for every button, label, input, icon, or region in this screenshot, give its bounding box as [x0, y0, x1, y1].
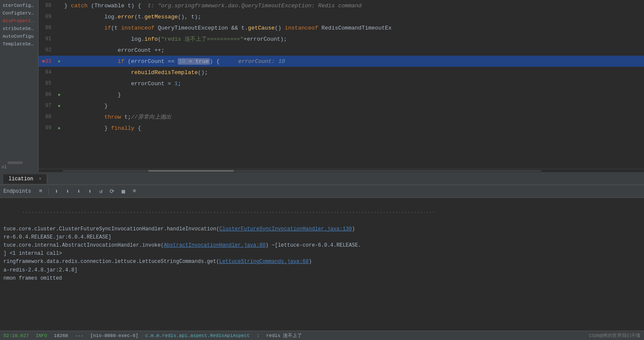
scrollbar-thumb[interactable] [148, 170, 234, 172]
line-num-96: 96 [39, 92, 56, 98]
tab-close-btn[interactable]: × [39, 177, 42, 182]
code-line-91: 91 log.info("redis 连不上了=========="+error… [39, 33, 644, 45]
log-line-2: re-6.0.4.RELEASE.jar:6.0.4.RELEASE] [3, 233, 641, 242]
code-line-88: 88 } catch (Throwable t) { t: "org.sprin… [39, 0, 644, 11]
log-line-4: ] <1 internal call> [3, 250, 641, 258]
fold-96: ◆ [56, 92, 63, 97]
bottom-panel: lication × Endpoints ≡ ⬆ ⬇ ⬇ ⬆ ↺ ⟳ ▦ ≡ .… [0, 172, 644, 331]
status-right: CSDN@烤的世界我们不懂 [589, 332, 641, 339]
tab-label: lication [9, 176, 33, 182]
panel-tab-application[interactable]: lication × [3, 174, 47, 184]
horizontal-scrollbar[interactable] [39, 169, 644, 172]
status-left: 52:10.027 INFO 18268 --- [nio-8080-exec-… [3, 332, 302, 339]
scrollbar-track[interactable] [63, 170, 541, 172]
status-colon: : [256, 333, 259, 338]
line-content-90: if(t instanceof QueryTimeoutException &&… [63, 25, 644, 31]
line-num-94: 94 [39, 69, 56, 75]
code-line-94: 94 rebuildRedisTemplate(); [39, 67, 644, 78]
toolbar-btn-down[interactable]: ⬇ [63, 187, 72, 196]
line-num-91: 91 [39, 36, 56, 42]
endpoints-label: Endpoints [3, 188, 31, 194]
status-pid: 18268 [54, 333, 68, 338]
code-line-96: 96 ◆ } [39, 89, 644, 100]
log-line-3: tuce.core.internal.AbstractInvocationHan… [3, 242, 641, 250]
log-link-5[interactable]: LettuceStringCommands.java:68 [219, 259, 309, 265]
status-thread: [nio-8080-exec-6] [90, 333, 138, 338]
sidebar-item-2[interactable]: disProperties [0, 17, 38, 25]
line-content-94: rebuildRedisTemplate(); [63, 69, 644, 76]
log-link-3[interactable]: AbstractInvocationHandler.java:80 [164, 242, 265, 248]
sidebar-item-5[interactable]: TemplateServ [0, 40, 38, 48]
log-link-1[interactable]: ClusterFutureSyncInvocationHandler.java:… [219, 226, 352, 232]
line-content-97: } [63, 103, 644, 109]
sidebar-item-1[interactable]: ConfigService [0, 9, 38, 17]
status-bar: 52:10.027 INFO 18268 --- [nio-8080-exec-… [0, 331, 644, 340]
code-line-92: 92 errorCount ++; [39, 45, 644, 56]
code-line-90: 90 if(t instanceof QueryTimeoutException… [39, 22, 644, 33]
line-content-98: throw t;//异常向上抛出 [63, 113, 644, 121]
line-content-88: } catch (Throwable t) { t: "org.springfr… [63, 3, 644, 9]
sidebar-label: nl [0, 164, 38, 170]
sidebar: sterConfigSe ConfigService disProperties… [0, 0, 39, 172]
status-class: c.m.m.redis.api.aspect.RedisApiAspect [145, 333, 250, 338]
status-time: 52:10.027 [3, 333, 29, 338]
line-content-95: errorCount = 1; [63, 81, 644, 87]
status-message: redis 连不上了 [266, 332, 302, 339]
line-num-93: ●93 [39, 58, 56, 65]
line-content-96: } [63, 92, 644, 98]
line-num-99: 99 [39, 125, 56, 131]
toolbar-btn-refresh2[interactable]: ⟳ [108, 187, 116, 196]
log-line-7: nmon frames omitted [3, 274, 641, 283]
toolbar-btn-list[interactable]: ≡ [130, 187, 139, 196]
line-content-93: if (errorCount == 10 = true) { errorCoun… [63, 58, 644, 65]
log-line-5: ringframework.data.redis.connection.lett… [3, 258, 641, 266]
code-editor: 88 } catch (Throwable t) { t: "org.sprin… [39, 0, 644, 172]
log-line-6: a-redis-2.4.8.jar:2.4.8] [3, 266, 641, 274]
fold-97: ◆ [56, 103, 63, 108]
line-num-89: 89 [39, 14, 56, 20]
panel-content: ........................................… [0, 198, 644, 331]
panel-tabs: lication × [0, 173, 644, 185]
line-num-97: 97 [39, 103, 56, 109]
sidebar-item-0[interactable]: sterConfigSe [0, 2, 38, 9]
toolbar-btn-up[interactable]: ⬆ [52, 187, 61, 196]
editor-area: sterConfigSe ConfigService disProperties… [0, 0, 644, 172]
line-num-98: 98 [39, 114, 56, 120]
toolbar-btn-up2[interactable]: ⬆ [86, 187, 94, 196]
toolbar-btn-filter[interactable]: ≡ [36, 187, 45, 196]
log-separator: ........................................… [3, 200, 641, 224]
line-content-99: } finally { [63, 125, 644, 131]
line-content-89: log.error(t.getMessage(), t); [63, 14, 644, 20]
toolbar-btn-grid[interactable]: ▦ [119, 187, 128, 196]
code-line-95: 95 errorCount = 1; [39, 78, 644, 89]
line-num-88: 88 [39, 3, 56, 9]
code-line-89: 89 log.error(t.getMessage(), t); [39, 11, 644, 22]
fold-93: ◆ [56, 59, 63, 64]
line-content-92: errorCount ++; [63, 47, 644, 54]
panel-toolbar: Endpoints ≡ ⬆ ⬇ ⬇ ⬆ ↺ ⟳ ▦ ≡ [0, 185, 644, 198]
toolbar-btn-refresh[interactable]: ↺ [97, 187, 105, 196]
status-sep: --- [75, 333, 83, 338]
code-lines: 88 } catch (Throwable t) { t: "org.sprin… [39, 0, 644, 169]
line-num-92: 92 [39, 47, 56, 53]
fold-99: ◆ [56, 125, 63, 131]
code-line-99: 99 ◆ } finally { [39, 122, 644, 134]
status-level: INFO [36, 333, 47, 338]
line-content-91: log.info("redis 连不上了=========="+errorCou… [63, 35, 644, 43]
toolbar-btn-down2[interactable]: ⬇ [75, 187, 83, 196]
code-line-97: 97 ◆ } [39, 100, 644, 111]
sidebar-item-4[interactable]: AutoConfigu [0, 33, 38, 40]
line-num-95: 95 [39, 81, 56, 86]
watermark-text: CSDN@烤的世界我们不懂 [589, 332, 641, 339]
sidebar-item-3[interactable]: stributeServi [0, 25, 38, 33]
code-line-98: 98 throw t;//异常向上抛出 [39, 111, 644, 122]
code-line-93: ●93 ◆ if (errorCount == 10 = true) { err… [39, 56, 644, 67]
log-line-1: tuce.core.cluster.ClusterFutureSyncInvoc… [3, 225, 641, 233]
line-num-90: 90 [39, 25, 56, 31]
